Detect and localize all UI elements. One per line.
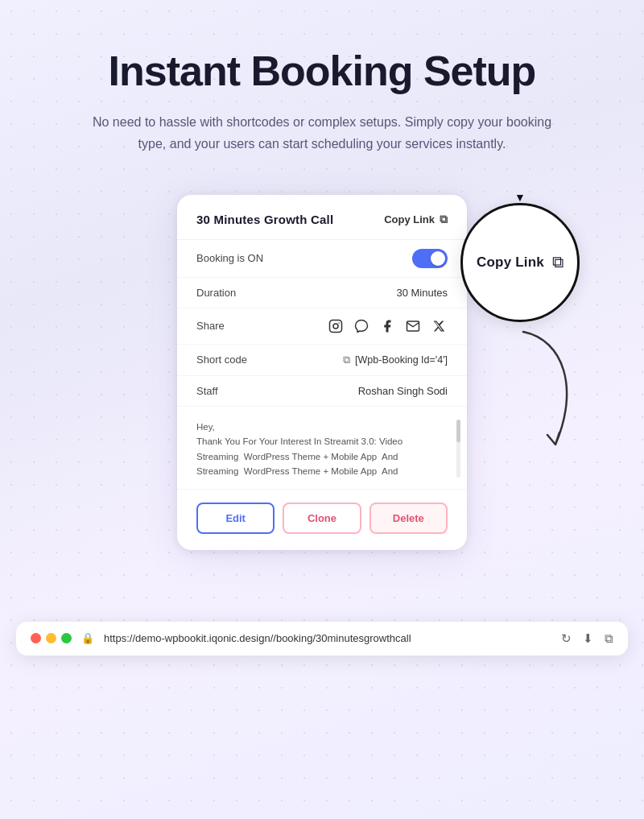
- page-wrapper: Instant Booking Setup No need to hassle …: [0, 0, 644, 672]
- svg-point-1: [333, 324, 338, 329]
- card-action-buttons: Edit Clone Delete: [177, 490, 467, 550]
- arrow-decoration: [515, 324, 612, 469]
- booking-card-title: 30 Minutes Growth Call: [196, 213, 333, 226]
- copy-icon-header: ⧉: [440, 213, 448, 226]
- browser-dots: [31, 633, 72, 643]
- row-booking-status: Booking is ON: [177, 240, 467, 278]
- lock-icon: 🔒: [81, 632, 94, 644]
- copy-link-bubble[interactable]: Copy Link ⧉: [460, 203, 580, 322]
- svg-rect-0: [330, 320, 342, 332]
- browser-bar: 🔒 https://demo-wpbookit.iqonic.design//b…: [16, 622, 628, 656]
- row-share: Share: [177, 308, 467, 345]
- browser-actions: ↻ ⬇ ⧉: [561, 631, 613, 646]
- copy-browser-icon[interactable]: ⧉: [605, 631, 613, 646]
- card-header: 30 Minutes Growth Call Copy Link ⧉: [177, 195, 467, 240]
- staff-label: Staff: [196, 385, 218, 397]
- row-duration: Duration 30 Minutes: [177, 278, 467, 308]
- email-preview-area: Hey, Thank You For Your Interest In Stre…: [177, 407, 467, 490]
- row-shortcode: Short code ⧉ [Wpb-Booking Id='4']: [177, 345, 467, 376]
- download-icon[interactable]: ⬇: [583, 631, 593, 646]
- copy-link-header-button[interactable]: Copy Link ⧉: [384, 213, 448, 226]
- browser-url[interactable]: https://demo-wpbookit.iqonic.design//boo…: [104, 632, 551, 644]
- booking-toggle[interactable]: [412, 249, 448, 268]
- copy-link-bubble-icon: ⧉: [552, 253, 564, 271]
- svg-point-2: [338, 322, 340, 324]
- booking-card: 30 Minutes Growth Call Copy Link ⧉ Booki…: [177, 195, 467, 550]
- share-label: Share: [196, 320, 225, 332]
- header-section: Instant Booking Setup No need to hassle …: [89, 48, 555, 155]
- shortcode-value: [Wpb-Booking Id='4']: [355, 354, 448, 366]
- copy-link-bubble-content: Copy Link ⧉: [477, 253, 564, 271]
- staff-value: Roshan Singh Sodi: [358, 385, 448, 397]
- page-subtitle: No need to hassle with shortcodes or com…: [89, 112, 555, 155]
- messenger-icon[interactable]: [353, 317, 370, 335]
- scroll-thumb[interactable]: [456, 420, 460, 442]
- booking-status-label: Booking is ON: [196, 252, 263, 264]
- shortcode-wrapper: ⧉ [Wpb-Booking Id='4']: [343, 354, 448, 366]
- copy-link-bubble-text: Copy Link: [477, 254, 544, 271]
- page-title: Instant Booking Setup: [89, 48, 555, 94]
- reload-icon[interactable]: ↻: [561, 631, 572, 646]
- card-area: 30 Minutes Growth Call Copy Link ⧉ Booki…: [80, 195, 564, 598]
- copy-link-header-label: Copy Link: [384, 213, 435, 225]
- scroll-bar[interactable]: [456, 420, 460, 478]
- shortcode-copy-icon[interactable]: ⧉: [343, 354, 350, 366]
- dot-green[interactable]: [61, 633, 72, 643]
- share-icons-group: [327, 317, 448, 335]
- dot-red[interactable]: [31, 633, 41, 643]
- row-staff: Staff Roshan Singh Sodi: [177, 376, 467, 407]
- clone-button[interactable]: Clone: [283, 503, 361, 534]
- dot-yellow[interactable]: [46, 633, 56, 643]
- shortcode-label: Short code: [196, 354, 247, 366]
- instagram-icon[interactable]: [327, 317, 345, 335]
- edit-button[interactable]: Edit: [196, 503, 275, 534]
- delete-button[interactable]: Delete: [369, 503, 448, 534]
- email-preview-text: Hey, Thank You For Your Interest In Stre…: [196, 420, 448, 478]
- duration-value: 30 Minutes: [396, 287, 448, 299]
- twitter-icon[interactable]: [430, 317, 448, 335]
- facebook-icon[interactable]: [378, 317, 396, 335]
- duration-label: Duration: [196, 287, 236, 299]
- email-icon[interactable]: [404, 317, 422, 335]
